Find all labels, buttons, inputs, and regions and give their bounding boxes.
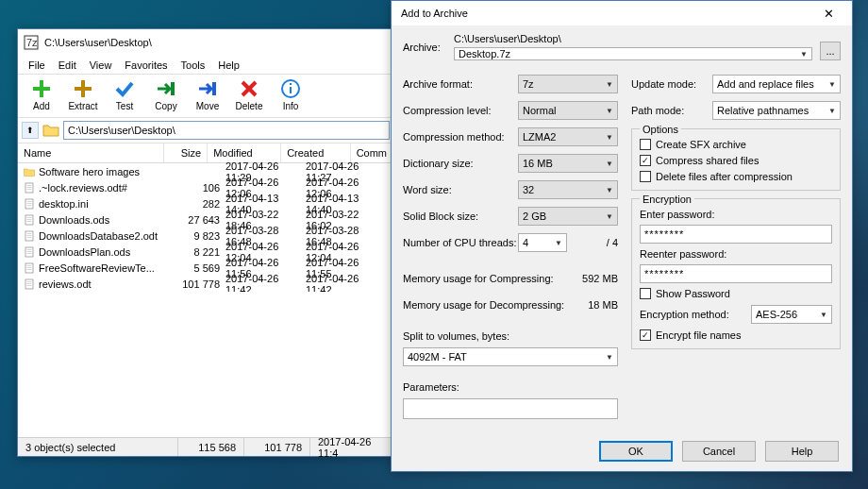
app-icon: 7z [24, 35, 39, 50]
update-label: Update mode: [631, 78, 712, 90]
menu-view[interactable]: View [83, 58, 119, 73]
menu-tools[interactable]: Tools [175, 58, 212, 73]
file-created: 2017-04-26 11:42 [306, 273, 381, 293]
document-icon [24, 262, 35, 274]
path-combobox[interactable]: C:\Users\user\Desktop\ [63, 121, 390, 140]
file-list: Name Size Modified Created Comm Software… [18, 143, 393, 292]
threads-select[interactable]: 4▼ [518, 233, 567, 252]
extract-button[interactable]: Extract [65, 78, 101, 111]
menu-edit[interactable]: Edit [52, 58, 83, 73]
svg-rect-6 [171, 82, 175, 95]
delete-checkbox[interactable]: Delete files after compression [640, 171, 832, 182]
show-password-checkbox[interactable]: Show Password [640, 288, 832, 299]
file-size: 8 221 [178, 246, 225, 258]
document-icon [24, 214, 35, 226]
browse-button[interactable]: ... [820, 42, 841, 60]
move-button[interactable]: Move [190, 78, 225, 111]
svg-rect-25 [25, 231, 33, 241]
copy-button[interactable]: Copy [148, 78, 184, 111]
checkbox-icon [640, 171, 651, 182]
checkbox-icon [640, 139, 651, 150]
cancel-button[interactable]: Cancel [682, 441, 756, 462]
svg-rect-37 [25, 279, 33, 289]
password-label: Enter password: [640, 209, 832, 220]
chevron-down-icon: ▼ [606, 133, 613, 142]
format-label: Archive format: [403, 78, 518, 90]
shared-checkbox[interactable]: ✓Compress shared files [640, 155, 832, 166]
word-select[interactable]: 32▼ [518, 180, 618, 199]
password2-input[interactable]: ******** [640, 264, 832, 283]
file-name: DownloadsPlan.ods [39, 246, 130, 258]
update-select[interactable]: Add and replace files▼ [712, 75, 841, 93]
document-icon [24, 246, 35, 258]
chevron-down-icon: ▼ [820, 311, 827, 319]
enc-method-label: Encryption method: [640, 309, 751, 320]
checkbox-icon [640, 288, 651, 299]
pathmode-select[interactable]: Relative pathnames▼ [712, 101, 841, 120]
mem-comp-label: Memory usage for Compressing: [403, 273, 582, 284]
up-button[interactable]: ⬆ [22, 122, 39, 139]
format-select[interactable]: 7z▼ [518, 75, 618, 93]
param-input[interactable] [403, 398, 618, 419]
help-button[interactable]: Help [765, 441, 839, 462]
add-button[interactable]: Add [24, 78, 59, 111]
menu-file[interactable]: File [22, 58, 52, 73]
dialog-buttons: OK Cancel Help [599, 441, 839, 462]
file-modified: 2017-04-26 11:42 [225, 273, 306, 293]
file-size: 27 643 [178, 214, 225, 226]
document-icon [24, 182, 35, 194]
level-select[interactable]: Normal▼ [518, 101, 618, 120]
file-name: desktop.ini [39, 198, 89, 210]
main-window: 7z C:\Users\user\Desktop\ File Edit View… [17, 28, 394, 457]
enc-method-select[interactable]: AES-256▼ [751, 305, 832, 324]
delete-button[interactable]: Delete [231, 78, 267, 111]
archive-file-combobox[interactable]: Desktop.7z▼ [454, 47, 812, 60]
file-name: Software hero images [39, 166, 140, 177]
chevron-down-icon: ▼ [606, 212, 613, 221]
chevron-down-icon: ▼ [606, 80, 613, 89]
encrypt-names-checkbox[interactable]: ✓Encrypt file names [640, 329, 832, 341]
dialog-right-column: Update mode:Add and replace files▼ Path … [631, 74, 841, 419]
menu-help[interactable]: Help [211, 58, 246, 73]
window-title: C:\Users\user\Desktop\ [44, 37, 388, 48]
close-button[interactable]: ✕ [814, 7, 843, 21]
svg-rect-7 [212, 82, 216, 95]
checkbox-checked-icon: ✓ [640, 155, 651, 166]
info-icon [280, 78, 301, 99]
file-name: .~lock.reviews.odt# [39, 182, 127, 194]
svg-rect-5 [75, 87, 92, 91]
pathbar: ⬆ C:\Users\user\Desktop\ [18, 118, 393, 143]
toolbar: Add Extract Test Copy Move Delete Info [18, 75, 393, 118]
file-size: 5 569 [178, 262, 225, 274]
menubar: File Edit View Favorites Tools Help [18, 56, 393, 75]
dict-select[interactable]: 16 MB▼ [518, 154, 618, 173]
block-select[interactable]: 2 GB▼ [518, 207, 618, 226]
archive-path: C:\Users\user\Desktop\ [454, 33, 812, 44]
chevron-down-icon: ▼ [828, 80, 836, 89]
level-label: Compression level: [403, 105, 518, 116]
ok-button[interactable]: OK [599, 441, 673, 462]
col-size[interactable]: Size [164, 143, 208, 162]
svg-rect-11 [290, 87, 292, 93]
method-label: Compression method: [403, 131, 518, 143]
method-select[interactable]: LZMA2▼ [518, 127, 618, 146]
menu-favorites[interactable]: Favorites [118, 58, 174, 73]
svg-rect-17 [25, 199, 33, 209]
svg-rect-29 [25, 247, 33, 257]
file-name: Downloads.ods [39, 214, 109, 226]
chevron-down-icon: ▼ [555, 239, 562, 247]
threads-label: Number of CPU threads: [403, 237, 518, 248]
split-combobox[interactable]: 4092M - FAT▼ [403, 347, 618, 366]
file-row[interactable]: reviews.odt101 7782017-04-26 11:422017-0… [18, 276, 393, 292]
plus-icon [31, 78, 52, 99]
svg-rect-3 [33, 87, 50, 91]
password-input[interactable]: ******** [640, 225, 832, 244]
folder-icon [24, 166, 35, 177]
sfx-checkbox[interactable]: Create SFX archive [640, 139, 832, 150]
copy-icon [156, 78, 176, 99]
move-icon [197, 78, 218, 99]
chevron-down-icon: ▼ [606, 107, 613, 115]
test-button[interactable]: Test [107, 78, 142, 111]
col-name[interactable]: Name [18, 143, 164, 162]
info-button[interactable]: Info [273, 78, 309, 111]
